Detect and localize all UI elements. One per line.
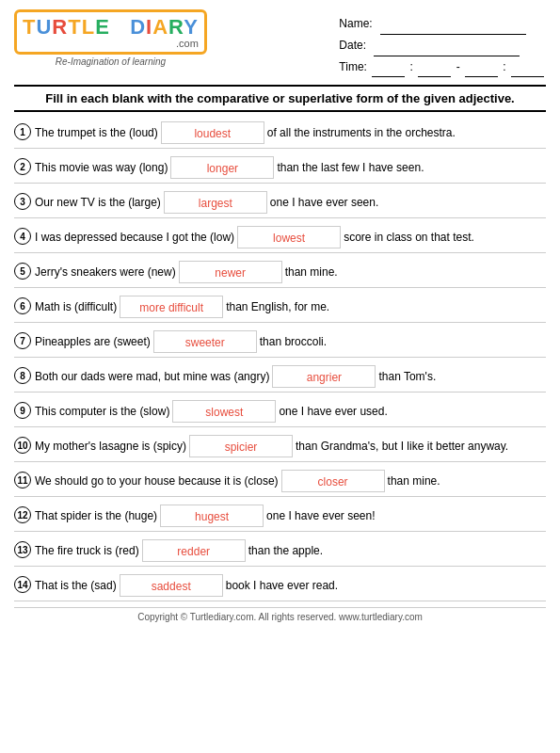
question-text: I was depressed because I got the (low)l…: [35, 226, 546, 248]
question-before: I was depressed because I got the (low): [35, 229, 234, 246]
question-before: Our new TV is the (large): [35, 194, 161, 211]
question-row: 3Our new TV is the (large)largestone I h…: [14, 187, 546, 218]
question-before: Math is (difficult): [35, 298, 117, 315]
answer-box[interactable]: newer: [179, 261, 282, 283]
question-number: 13: [14, 539, 35, 558]
question-before: That spider is the (huge): [35, 507, 157, 524]
question-row: 9This computer is the (slow)slowestone I…: [14, 396, 546, 427]
question-row: 14That is the (sad)saddestbook I have ev…: [14, 570, 546, 601]
answer-box[interactable]: loudest: [161, 121, 264, 144]
question-before: The trumpet is the (loud): [35, 124, 158, 141]
question-row: 12That spider is the (huge)hugestone I h…: [14, 501, 546, 532]
question-row: 2This movie was way (long)longerthan the…: [14, 152, 546, 184]
question-number: 2: [14, 156, 35, 175]
logo-box: TURTLE DIARY .com: [14, 9, 207, 55]
number-circle: 6: [14, 297, 31, 314]
time-sep2: -: [456, 60, 460, 73]
answer-box[interactable]: sweeter: [153, 330, 257, 353]
question-after: one I have ever seen!: [266, 507, 375, 524]
question-number: 3: [14, 191, 35, 210]
question-number: 6: [14, 296, 35, 314]
answer-box[interactable]: more difficult: [120, 296, 223, 318]
number-circle: 5: [14, 263, 31, 280]
question-after: of all the instruments in the orchestra.: [267, 124, 456, 141]
number-circle: 3: [14, 193, 31, 210]
answer-box[interactable]: angrier: [272, 365, 376, 388]
question-after: one I have ever used.: [279, 403, 387, 420]
answer-box[interactable]: saddest: [120, 574, 223, 597]
question-number: 1: [14, 121, 35, 140]
answer-box[interactable]: closer: [281, 470, 385, 492]
question-text: This movie was way (long)longerthan the …: [35, 156, 546, 179]
question-row: 13The fire truck is (red)redderthan the …: [14, 536, 546, 567]
answer-box[interactable]: redder: [142, 539, 246, 562]
answer-box[interactable]: spicier: [189, 435, 293, 457]
question-before: This computer is the (slow): [35, 403, 169, 420]
time-row: Time: : - :: [339, 56, 546, 78]
question-after: than the last few I have seen.: [277, 159, 424, 176]
answer-box[interactable]: hugest: [160, 505, 264, 527]
question-row: 8Both our dads were mad, but mine was (a…: [14, 361, 546, 393]
question-text: My mother's lasagne is (spicy)spiciertha…: [35, 435, 546, 457]
question-number: 5: [14, 261, 35, 280]
number-circle: 4: [14, 228, 31, 245]
logo-area: TURTLE DIARY .com Re-Imagination of lear…: [14, 9, 207, 67]
question-number: 4: [14, 226, 35, 245]
question-before: Both our dads were mad, but mine was (an…: [35, 368, 269, 385]
page: TURTLE DIARY .com Re-Imagination of lear…: [0, 0, 560, 753]
question-before: Pineapples are (sweet): [35, 333, 151, 350]
question-text: Both our dads were mad, but mine was (an…: [35, 365, 546, 388]
number-circle: 1: [14, 123, 31, 140]
question-before: My mother's lasagne is (spicy): [35, 438, 186, 455]
number-circle: 9: [14, 402, 31, 419]
question-row: 10My mother's lasagne is (spicy)spiciert…: [14, 431, 546, 462]
answer-box[interactable]: slowest: [172, 400, 276, 423]
question-number: 12: [14, 505, 35, 523]
question-after: than Grandma's, but I like it better any…: [296, 438, 508, 455]
question-after: than broccoli.: [260, 333, 327, 350]
question-number: 8: [14, 365, 35, 384]
question-text: This computer is the (slow)slowestone I …: [35, 400, 546, 423]
tagline: Re-Imagination of learning: [56, 56, 166, 67]
number-circle: 11: [14, 472, 31, 489]
time-sep3: :: [503, 60, 505, 73]
time-line2: [418, 76, 451, 77]
number-circle: 12: [14, 506, 31, 523]
question-before: That is the (sad): [35, 577, 117, 594]
question-before: This movie was way (long): [35, 159, 168, 176]
footer: Copyright © Turtlediary.com. All rights …: [14, 607, 546, 622]
question-after: than Tom's.: [378, 368, 436, 385]
question-after: than the apple.: [248, 542, 323, 559]
answer-box[interactable]: largest: [164, 191, 267, 214]
question-after: than English, for me.: [226, 298, 329, 315]
name-row: Name:: [339, 13, 546, 35]
question-text: The fire truck is (red)redderthan the ap…: [35, 539, 546, 562]
time-line3: [465, 76, 498, 77]
question-row: 5Jerry's sneakers were (new)newerthan mi…: [14, 257, 546, 288]
question-row: 4I was depressed because I got the (low)…: [14, 222, 546, 253]
name-fields: Name: Date: Time: : - :: [339, 9, 546, 77]
number-circle: 8: [14, 367, 31, 384]
question-number: 7: [14, 330, 35, 349]
time-sep1: :: [410, 60, 413, 73]
question-before: Jerry's sneakers were (new): [35, 264, 176, 280]
question-text: Our new TV is the (large)largestone I ha…: [35, 191, 546, 214]
question-text: That spider is the (huge)hugestone I hav…: [35, 505, 546, 527]
time-line4: [511, 76, 544, 77]
question-text: Jerry's sneakers were (new)newerthan min…: [35, 261, 546, 283]
question-text: The trumpet is the (loud)loudestof all t…: [35, 121, 546, 144]
question-text: That is the (sad)saddestbook I have ever…: [35, 574, 546, 597]
question-text: Math is (difficult)more difficultthan En…: [35, 296, 546, 318]
question-after: book I have ever read.: [226, 577, 338, 594]
answer-box[interactable]: lowest: [237, 226, 341, 248]
question-row: 6Math is (difficult)more difficultthan E…: [14, 292, 546, 323]
time-line1: [372, 76, 405, 77]
question-after: than mine.: [388, 473, 440, 489]
question-list: 1The trumpet is the (loud)loudestof all …: [14, 118, 546, 601]
logo-text: TURTLE DIARY: [23, 15, 199, 40]
number-circle: 14: [14, 576, 31, 593]
number-circle: 10: [14, 437, 31, 454]
header: TURTLE DIARY .com Re-Imagination of lear…: [14, 9, 546, 77]
answer-box[interactable]: longer: [170, 156, 274, 179]
date-row: Date:: [339, 35, 546, 56]
